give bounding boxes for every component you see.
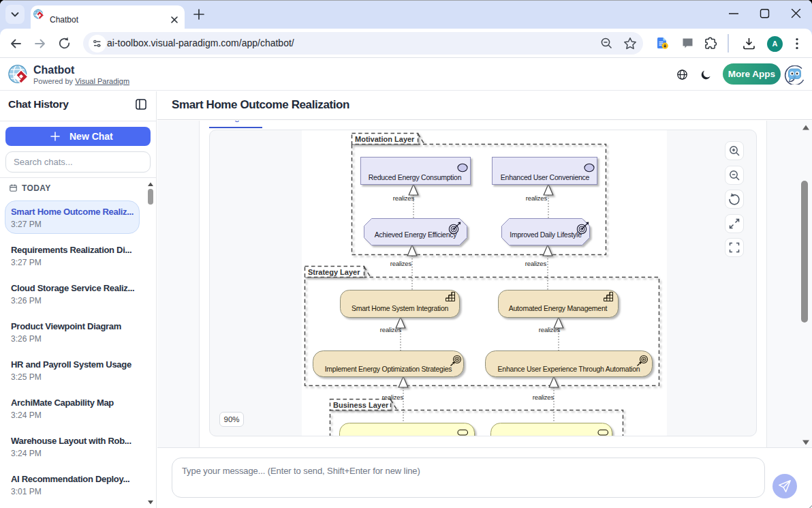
svg-text:realizes: realizes: [526, 194, 548, 202]
svg-text:realizes: realizes: [382, 393, 404, 401]
svg-text:Automated Energy Management: Automated Energy Management: [509, 304, 608, 312]
svg-text:Enhanced User Convenience: Enhanced User Convenience: [501, 173, 590, 181]
svg-text:Reduced Energy Consumption: Reduced Energy Consumption: [369, 173, 462, 181]
svg-text:Implement Energy Optimization: Implement Energy Optimization Strategies: [325, 365, 452, 373]
svg-text:realizes: realizes: [525, 260, 547, 267]
svg-text:Strategy Layer: Strategy Layer: [308, 268, 360, 276]
svg-text:realizes: realizes: [539, 326, 561, 333]
svg-text:Business Layer: Business Layer: [333, 401, 389, 409]
svg-text:Smart Home System Integration: Smart Home System Integration: [352, 304, 449, 312]
svg-text:Enhance User Experience Throug: Enhance User Experience Through Automati…: [498, 365, 640, 373]
svg-text:realizes: realizes: [533, 393, 555, 401]
svg-text:realizes: realizes: [390, 260, 412, 267]
svg-text:Improved Daily Lifestyle: Improved Daily Lifestyle: [510, 230, 582, 239]
svg-text:realizes: realizes: [393, 194, 415, 202]
svg-text:Achieved Energy Efficiency: Achieved Energy Efficiency: [375, 230, 458, 239]
svg-text:Motivation Layer: Motivation Layer: [355, 135, 415, 143]
svg-text:realizes: realizes: [380, 326, 402, 333]
